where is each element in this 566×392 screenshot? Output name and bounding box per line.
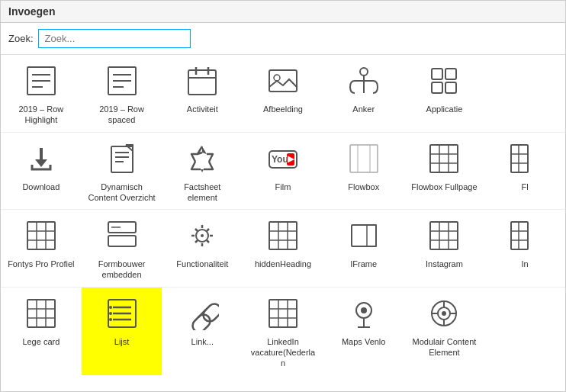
- grid-item-label-instagram: Instagram: [426, 259, 463, 269]
- grid-item-dynamisch[interactable]: Dynamisch Content Overzicht: [82, 133, 162, 210]
- grid-item-afbeelding[interactable]: Afbeelding: [243, 55, 323, 132]
- svg-point-89: [361, 307, 367, 313]
- svg-text:You: You: [272, 154, 288, 165]
- svg-rect-70: [27, 300, 55, 327]
- iframe-icon: [346, 217, 382, 254]
- svg-point-92: [442, 311, 446, 316]
- svg-point-80: [109, 312, 112, 315]
- svg-rect-16: [432, 69, 442, 79]
- grid-item-label-applicatie: Applicatie: [426, 104, 463, 114]
- grid-item-flowbox[interactable]: Flowbox: [323, 133, 404, 210]
- grid-item-2019-row-spaced[interactable]: 2019 – Row spaced: [82, 55, 162, 132]
- map-pin-icon: [346, 295, 382, 332]
- grid-item-label-dynamisch: Dynamisch Content Overzicht: [88, 182, 156, 204]
- download-icon: [23, 140, 59, 177]
- grid-item-label-activiteit: Activiteit: [187, 104, 218, 114]
- grid-item-partial2[interactable]: In: [484, 210, 565, 287]
- grid-item-label-maps-venlo: Maps Venlo: [342, 336, 385, 347]
- grid-item-label-2019-row-spaced: 2019 – Row spaced: [88, 104, 156, 126]
- invoegen-panel: Invoegen Zoek: 2019 – Row Highlight 2019…: [0, 0, 566, 392]
- grid-item-modulair[interactable]: Modulair Content Element: [404, 288, 485, 375]
- grid-item-label-modulair: Modulair Content Element: [410, 336, 478, 358]
- svg-rect-44: [27, 222, 55, 249]
- grid-item-empty1[interactable]: [484, 55, 565, 132]
- grid-item-film[interactable]: You ▶ Film: [243, 133, 323, 210]
- grid-item-label-linkedin: LinkedIn vacature(Nederlan: [249, 336, 317, 369]
- grid-box-icon: [23, 295, 59, 332]
- grid-item-label-functionaliteit: Functionaliteit: [176, 259, 228, 269]
- grid-item-empty2[interactable]: [484, 288, 565, 375]
- svg-point-14: [360, 68, 368, 76]
- grid-item-partial1[interactable]: Fl: [484, 133, 565, 210]
- link-icon: [184, 295, 220, 332]
- svg-rect-61: [430, 222, 458, 249]
- items-grid: 2019 – Row Highlight 2019 – Row spaced A…: [1, 55, 565, 375]
- form-icon: [104, 217, 140, 254]
- svg-rect-50: [108, 236, 136, 246]
- grid-item-instagram[interactable]: Instagram: [404, 210, 485, 287]
- grid-item-2019-row-highlight[interactable]: 2019 – Row Highlight: [1, 55, 82, 132]
- modulair-icon: [426, 295, 462, 332]
- grid-item-label-download: Download: [22, 182, 59, 192]
- grid-item-applicatie[interactable]: Applicatie: [404, 55, 485, 132]
- search-input[interactable]: [38, 29, 191, 48]
- grid-item-flowbox-fullpage[interactable]: Flowbox Fullpage: [404, 133, 485, 210]
- grid-item-label-afbeelding: Afbeelding: [263, 104, 303, 114]
- grid-item-label-partial2: In: [522, 259, 529, 269]
- grid-item-formbouwer[interactable]: Formbouwer embedden: [82, 210, 162, 287]
- grid-item-download[interactable]: Download: [1, 133, 82, 210]
- grid-item-label-lijst: Lijst: [114, 336, 130, 347]
- svg-rect-66: [511, 222, 528, 249]
- grid-item-lege-card[interactable]: Lege card: [1, 288, 82, 375]
- grid-item-label-formbouwer: Formbouwer embedden: [88, 259, 156, 281]
- grid-item-label-fontys-profiel: Fontys Pro Profiel: [8, 259, 74, 269]
- recycle-icon: [184, 140, 220, 177]
- svg-rect-32: [350, 145, 378, 172]
- grid-box-icon: [265, 295, 301, 332]
- grid-item-functionaliteit[interactable]: Functionaliteit: [162, 210, 243, 287]
- grid-item-label-flowbox: Flowbox: [348, 182, 379, 192]
- svg-rect-19: [445, 82, 456, 93]
- grid-item-linkedin[interactable]: LinkedIn vacature(Nederlan: [243, 288, 323, 375]
- grid-item-lijst[interactable]: Lijst: [82, 288, 162, 375]
- svg-rect-59: [352, 225, 376, 246]
- calendar-icon: [184, 63, 220, 99]
- gear-icon: [184, 217, 220, 254]
- flowbox-icon: [346, 140, 382, 177]
- grid-item-hiddenheading[interactable]: hiddenHeading: [243, 210, 323, 287]
- grid-item-iframe[interactable]: IFrame: [323, 210, 404, 287]
- search-label: Zoek:: [8, 33, 34, 44]
- svg-marker-22: [35, 159, 47, 167]
- grid-item-label-2019-row-highlight: 2019 – Row Highlight: [7, 104, 76, 126]
- grid-item-label-iframe: IFrame: [350, 259, 377, 269]
- svg-point-81: [109, 318, 112, 321]
- app-icon: [426, 63, 462, 99]
- text-block-icon: [23, 63, 59, 99]
- grid-item-maps-venlo[interactable]: Maps Venlo: [323, 288, 404, 375]
- grid-item-anker[interactable]: Anker: [323, 55, 404, 132]
- grid-item-factsheet[interactable]: Factsheet element: [162, 133, 243, 210]
- document-list-icon: [104, 140, 140, 177]
- grid-item-label-factsheet: Factsheet element: [168, 182, 236, 204]
- list-icon: [104, 295, 140, 332]
- grid-item-fontys-profiel[interactable]: Fontys Pro Profiel: [1, 210, 82, 287]
- svg-point-79: [109, 306, 112, 309]
- grid-item-activiteit[interactable]: Activiteit: [162, 55, 243, 132]
- grid-box-half-icon: [507, 140, 543, 177]
- grid-item-label-partial1: Fl: [522, 182, 529, 192]
- anchor-icon: [346, 63, 382, 99]
- grid-item-label-link: Link...: [191, 336, 214, 347]
- grid-box-icon: [426, 217, 462, 254]
- grid-box-half-icon: [507, 217, 543, 254]
- svg-rect-17: [445, 69, 456, 79]
- text-block-icon: [104, 63, 140, 99]
- grid-box-icon: [23, 217, 59, 254]
- grid-item-link[interactable]: Link...: [162, 288, 243, 375]
- svg-rect-35: [430, 145, 458, 172]
- grid-item-label-hiddenheading: hiddenHeading: [255, 259, 311, 269]
- svg-rect-23: [111, 146, 133, 172]
- grid-box-icon: [265, 217, 301, 254]
- grid-item-label-flowbox-fullpage: Flowbox Fullpage: [411, 182, 477, 192]
- svg-rect-60: [367, 225, 376, 246]
- svg-point-53: [201, 234, 204, 237]
